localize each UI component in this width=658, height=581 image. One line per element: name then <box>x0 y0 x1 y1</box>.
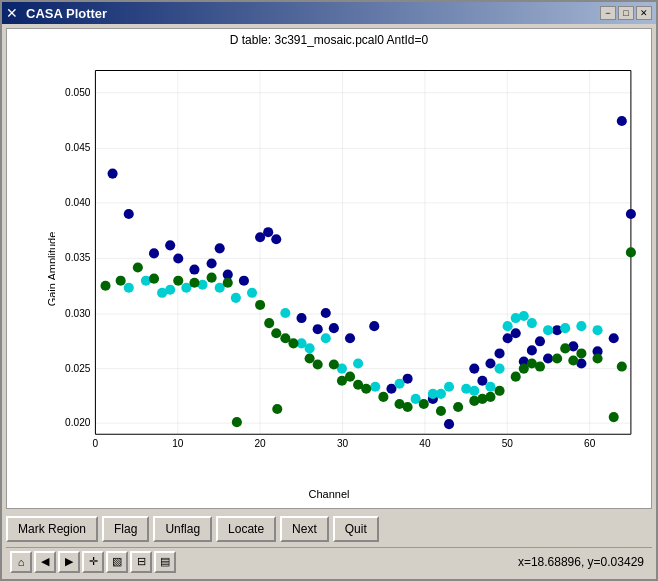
svg-point-43 <box>263 227 273 237</box>
svg-point-34 <box>149 248 159 258</box>
svg-point-72 <box>124 283 134 293</box>
svg-point-101 <box>543 325 553 335</box>
svg-point-105 <box>100 281 110 291</box>
svg-point-130 <box>453 402 463 412</box>
svg-point-88 <box>394 379 404 389</box>
svg-point-119 <box>313 359 323 369</box>
svg-point-148 <box>272 404 282 414</box>
svg-point-75 <box>165 285 175 295</box>
svg-point-64 <box>543 353 553 363</box>
svg-point-86 <box>353 358 363 368</box>
maximize-button[interactable]: □ <box>618 6 634 20</box>
svg-text:0.045: 0.045 <box>65 142 91 153</box>
app-icon: ✕ <box>6 5 22 21</box>
home-icon: ⌂ <box>18 556 25 568</box>
forward-button[interactable]: ▶ <box>58 551 80 573</box>
svg-point-134 <box>495 386 505 396</box>
svg-point-140 <box>560 343 570 353</box>
svg-point-95 <box>485 382 495 392</box>
svg-point-145 <box>617 362 627 372</box>
svg-point-46 <box>313 324 323 334</box>
svg-point-99 <box>519 311 529 321</box>
chart-container: 0.020 0.025 0.030 0.035 0.040 0.045 0.05… <box>55 57 641 468</box>
x-axis-label: Channel <box>309 488 350 500</box>
svg-point-127 <box>403 402 413 412</box>
svg-point-96 <box>495 364 505 374</box>
svg-point-84 <box>321 333 331 343</box>
svg-point-60 <box>511 328 521 338</box>
svg-point-36 <box>173 253 183 263</box>
minimize-button[interactable]: − <box>600 6 616 20</box>
svg-point-144 <box>609 412 619 422</box>
svg-point-69 <box>609 333 619 343</box>
unflag-button[interactable]: Unflag <box>153 516 212 542</box>
svg-text:50: 50 <box>502 438 514 449</box>
svg-point-87 <box>370 382 380 392</box>
svg-point-37 <box>189 265 199 275</box>
svg-point-62 <box>527 345 537 355</box>
svg-point-107 <box>133 263 143 273</box>
svg-point-39 <box>215 243 225 253</box>
nav-icons: ⌂ ◀ ▶ ✛ ▧ ⊟ ▤ <box>6 549 180 575</box>
svg-point-71 <box>626 209 636 219</box>
svg-point-54 <box>444 419 454 429</box>
main-window: ✕ CASA Plotter − □ ✕ D table: 3c391_mosa… <box>0 0 658 581</box>
flag-button[interactable]: Flag <box>102 516 149 542</box>
svg-text:0.030: 0.030 <box>65 308 91 319</box>
svg-point-139 <box>552 353 562 363</box>
svg-point-108 <box>149 274 159 284</box>
svg-point-128 <box>419 399 429 409</box>
svg-point-109 <box>173 276 183 286</box>
svg-point-113 <box>255 300 265 310</box>
svg-point-143 <box>593 353 603 363</box>
quit-button[interactable]: Quit <box>333 516 379 542</box>
titlebar-controls: − □ ✕ <box>600 6 652 20</box>
svg-point-102 <box>560 323 570 333</box>
next-button[interactable]: Next <box>280 516 329 542</box>
toolbar: Mark Region Flag Unflag Locate Next Quit <box>6 513 652 545</box>
locate-button[interactable]: Locate <box>216 516 276 542</box>
svg-point-124 <box>361 384 371 394</box>
select-button[interactable]: ▧ <box>106 551 128 573</box>
svg-point-83 <box>305 343 315 353</box>
svg-point-125 <box>378 392 388 402</box>
pan-button[interactable]: ✛ <box>82 551 104 573</box>
svg-point-114 <box>264 318 274 328</box>
svg-text:60: 60 <box>584 438 596 449</box>
svg-text:10: 10 <box>172 438 184 449</box>
svg-point-97 <box>503 321 513 331</box>
svg-point-122 <box>345 372 355 382</box>
scatter-plot: 0.020 0.025 0.030 0.035 0.040 0.045 0.05… <box>55 57 641 468</box>
svg-point-103 <box>576 321 586 331</box>
svg-point-147 <box>232 417 242 427</box>
save-button[interactable]: ▤ <box>154 551 176 573</box>
forward-icon: ▶ <box>65 555 73 568</box>
svg-point-117 <box>288 338 298 348</box>
svg-point-100 <box>527 318 537 328</box>
svg-point-111 <box>207 273 217 283</box>
svg-text:0.025: 0.025 <box>65 363 91 374</box>
statusbar: ⌂ ◀ ▶ ✛ ▧ ⊟ ▤ <box>6 547 652 575</box>
svg-point-38 <box>207 258 217 268</box>
svg-text:40: 40 <box>419 438 431 449</box>
print-button[interactable]: ⊟ <box>130 551 152 573</box>
svg-point-80 <box>247 288 257 298</box>
coordinates-display: x=18.68896, y=0.03429 <box>518 555 652 569</box>
svg-point-79 <box>231 293 241 303</box>
pan-icon: ✛ <box>89 555 98 568</box>
svg-point-129 <box>436 406 446 416</box>
svg-point-94 <box>469 386 479 396</box>
svg-point-45 <box>296 313 306 323</box>
plot-area: D table: 3c391_mosaic.pcal0 AntId=0 Gain… <box>6 28 652 509</box>
home-button[interactable]: ⌂ <box>10 551 32 573</box>
back-button[interactable]: ◀ <box>34 551 56 573</box>
svg-point-58 <box>495 348 505 358</box>
svg-point-135 <box>511 372 521 382</box>
close-button[interactable]: ✕ <box>636 6 652 20</box>
svg-point-141 <box>568 355 578 365</box>
mark-region-button[interactable]: Mark Region <box>6 516 98 542</box>
back-icon: ◀ <box>41 555 49 568</box>
titlebar: ✕ CASA Plotter − □ ✕ <box>2 2 656 24</box>
svg-point-115 <box>271 328 281 338</box>
svg-point-57 <box>485 358 495 368</box>
